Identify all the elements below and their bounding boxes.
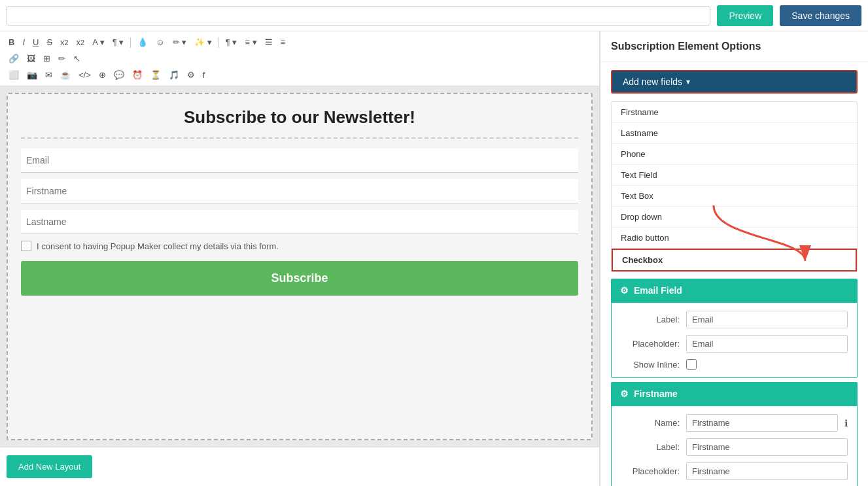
lastname-field[interactable]	[21, 210, 578, 234]
table-button[interactable]: ⊞	[40, 52, 54, 65]
firstname-name-label: Name:	[621, 418, 680, 428]
email-inline-checkbox[interactable]	[686, 359, 697, 370]
firstname-label-row: Label:	[621, 438, 848, 456]
sep2	[218, 37, 219, 48]
form-title: Subscribe to our Newsletter!	[21, 107, 578, 139]
layout-button[interactable]: ⬜	[5, 68, 22, 82]
dropdown-item-lastname[interactable]: Lastname	[612, 123, 857, 144]
canvas-area: Subscribe to our Newsletter! I consent t…	[0, 86, 599, 447]
toolbar: B I U S x2 x2 A ▾ ¶ ▾ 💧 ☺ ✏ ▾ ✨ ▾ ¶ ▾ ≡ …	[0, 31, 599, 86]
firstname-name-row: Name: ℹ	[621, 414, 848, 432]
music-button[interactable]: 🎵	[165, 68, 182, 82]
chevron-down-icon: ▾	[686, 77, 690, 86]
list2-button[interactable]: ≡	[277, 35, 289, 49]
form-canvas: Subscribe to our Newsletter! I consent t…	[7, 93, 593, 440]
magic-button[interactable]: ✨ ▾	[191, 35, 215, 49]
select-button[interactable]: ↖	[70, 52, 84, 65]
right-panel: Subscription Element Options Add new fie…	[600, 31, 868, 486]
font-color-button[interactable]: A ▾	[89, 35, 108, 49]
form-name-input[interactable]: Subscription form	[7, 6, 710, 26]
firstname-placeholder-label: Placeholder:	[621, 466, 680, 476]
info-icon[interactable]: ℹ	[844, 418, 848, 428]
firstname-gear-icon: ⚙	[620, 389, 629, 399]
firstname-label-label: Label:	[621, 442, 680, 452]
email-inline-row: Show Inline:	[621, 359, 848, 370]
firstname-label-input[interactable]	[686, 438, 848, 456]
editor-panel: B I U S x2 x2 A ▾ ¶ ▾ 💧 ☺ ✏ ▾ ✨ ▾ ¶ ▾ ≡ …	[0, 31, 600, 486]
consent-text: I consent to having Popup Maker collect …	[37, 241, 279, 251]
sep1	[130, 37, 131, 48]
consent-checkbox[interactable]	[21, 241, 31, 251]
widget-button[interactable]: ☕	[57, 68, 74, 82]
dropdown-item-textfield[interactable]: Text Field	[612, 165, 857, 186]
email-label-row: Label:	[621, 311, 848, 328]
top-bar: Subscription form Preview Save changes	[0, 0, 868, 31]
underline-button[interactable]: U	[29, 35, 42, 49]
email-placeholder-label: Placeholder:	[621, 339, 680, 349]
firstname-placeholder-input[interactable]	[686, 462, 848, 480]
clock-button[interactable]: ⏰	[129, 68, 146, 82]
paragraph-button[interactable]: ¶ ▾	[109, 35, 128, 49]
toolbar-row-2: 🔗 🖼 ⊞ ✏ ↖	[5, 50, 594, 67]
email-gear-icon: ⚙	[620, 285, 629, 296]
firstname-section-header: ⚙ Firstname	[611, 382, 858, 406]
chat-button[interactable]: 💬	[111, 68, 128, 82]
settings-button[interactable]: ⚙	[184, 68, 198, 82]
email-placeholder-input[interactable]	[686, 335, 848, 353]
firstname-name-input[interactable]	[686, 414, 838, 432]
consent-row: I consent to having Popup Maker collect …	[21, 241, 578, 251]
email-section-card: ⚙ Email Field Label: Placeholder: Show I…	[611, 279, 858, 378]
firstname-placeholder-row: Placeholder:	[621, 462, 848, 480]
email-placeholder-row: Placeholder:	[621, 335, 848, 353]
dropdown-item-firstname[interactable]: Firstname	[612, 102, 857, 123]
bottom-bar: Add New Layout	[0, 447, 599, 486]
email-section-header: ⚙ Email Field	[611, 279, 858, 302]
image-button[interactable]: 🖼	[24, 52, 39, 65]
right-panel-title: Subscription Element Options	[600, 31, 868, 62]
email-button[interactable]: ✉	[42, 68, 56, 82]
align-button[interactable]: ≡ ▾	[241, 35, 260, 49]
toolbar-row-3: ⬜ 📷 ✉ ☕ </> ⊕ 💬 ⏰ ⏳ 🎵 ⚙ f	[5, 67, 594, 83]
share-button[interactable]: ⊕	[95, 68, 109, 82]
email-label-input[interactable]	[686, 311, 848, 328]
main-layout: B I U S x2 x2 A ▾ ¶ ▾ 💧 ☺ ✏ ▾ ✨ ▾ ¶ ▾ ≡ …	[0, 31, 868, 486]
facebook-button[interactable]: f	[200, 68, 209, 82]
bold-button[interactable]: B	[5, 35, 18, 49]
strikethrough-button[interactable]: S	[43, 35, 56, 49]
email-label-label: Label:	[621, 315, 680, 324]
add-layout-button[interactable]: Add New Layout	[7, 455, 92, 478]
indent-button[interactable]: ¶ ▾	[222, 35, 241, 49]
link-button[interactable]: 🔗	[5, 52, 22, 65]
add-fields-button[interactable]: Add new fields ▾	[611, 70, 858, 94]
email-section-body: Label: Placeholder: Show Inline:	[611, 302, 858, 378]
toolbar-row-1: B I U S x2 x2 A ▾ ¶ ▾ 💧 ☺ ✏ ▾ ✨ ▾ ¶ ▾ ≡ …	[5, 34, 594, 50]
red-arrow-svg	[707, 199, 825, 264]
add-fields-label: Add new fields	[623, 77, 682, 87]
subscript-button[interactable]: x2	[57, 35, 72, 49]
video-button[interactable]: 📷	[24, 68, 41, 82]
timer-button[interactable]: ⏳	[147, 68, 164, 82]
dropdown-item-phone[interactable]: Phone	[612, 144, 857, 165]
highlight-button[interactable]: ✏	[55, 52, 69, 65]
email-field[interactable]	[21, 148, 578, 173]
subscribe-button[interactable]: Subscribe	[21, 261, 578, 296]
superscript-button[interactable]: x2	[73, 35, 88, 49]
emoji-button[interactable]: ☺	[152, 35, 167, 49]
firstname-field[interactable]	[21, 179, 578, 203]
draw-button[interactable]: ✏ ▾	[169, 35, 190, 49]
italic-button[interactable]: I	[19, 35, 28, 49]
firstname-section-card: ⚙ Firstname Name: ℹ Label: Placeholder:	[611, 382, 858, 486]
email-inline-label: Show Inline:	[621, 360, 680, 370]
firstname-section-title: Firstname	[634, 389, 678, 399]
preview-button[interactable]: Preview	[717, 5, 773, 26]
save-button[interactable]: Save changes	[780, 5, 861, 26]
list-button[interactable]: ☰	[262, 35, 276, 49]
color-picker-button[interactable]: 💧	[134, 35, 151, 49]
code-button[interactable]: </>	[75, 68, 94, 82]
firstname-section-body: Name: ℹ Label: Placeholder: Required:	[611, 406, 858, 486]
email-section-title: Email Field	[634, 285, 682, 296]
